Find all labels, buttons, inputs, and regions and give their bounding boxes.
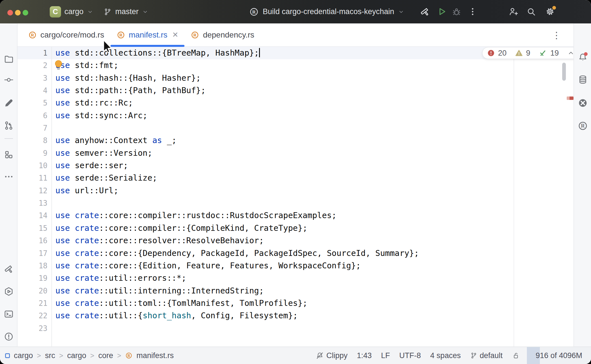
- line-number[interactable]: 14: [18, 209, 47, 222]
- code-line[interactable]: 11use serde::Serialize;: [18, 172, 573, 184]
- line-number[interactable]: 16: [18, 234, 47, 247]
- project-folder-icon[interactable]: [4, 54, 14, 64]
- git-branch-widget[interactable]: default: [470, 351, 503, 360]
- pull-requests-icon[interactable]: [4, 120, 14, 131]
- line-number[interactable]: 20: [18, 285, 47, 297]
- code-line[interactable]: 23: [18, 322, 573, 335]
- code-line[interactable]: 8use anyhow::Context as _;: [18, 134, 573, 147]
- add-user-icon[interactable]: [508, 6, 518, 17]
- error-stripe-mark[interactable]: [567, 97, 573, 100]
- breadcrumb-item[interactable]: src: [45, 351, 55, 360]
- run-play-icon[interactable]: [437, 6, 447, 17]
- line-number[interactable]: 17: [18, 247, 47, 260]
- line-number[interactable]: 19: [18, 272, 47, 284]
- build-hammer-icon[interactable]: [420, 6, 430, 17]
- line-number[interactable]: 23: [18, 322, 47, 335]
- code-line[interactable]: 9use semver::Version;: [18, 147, 573, 159]
- code-text: use std::hash::{Hash, Hasher};: [55, 72, 201, 84]
- code-line[interactable]: 7: [18, 122, 573, 134]
- code-line[interactable]: 12use url::Url;: [18, 185, 573, 197]
- code-editor[interactable]: 1use std::collections::{BTreeMap, HashMa…: [18, 47, 573, 347]
- line-number[interactable]: 5: [18, 97, 47, 109]
- breadcrumb-item[interactable]: manifest.rs: [136, 351, 174, 360]
- line-number[interactable]: 3: [18, 72, 47, 84]
- terminal-icon[interactable]: [4, 309, 14, 319]
- intention-bulb-icon[interactable]: [54, 60, 63, 72]
- search-icon[interactable]: [526, 6, 536, 17]
- line-number[interactable]: 7: [18, 122, 47, 134]
- code-text: use crate::util::interning::InternedStri…: [55, 285, 264, 297]
- line-number[interactable]: 18: [18, 260, 47, 272]
- structure-icon[interactable]: [4, 150, 14, 160]
- code-line[interactable]: 19use crate::util::errors::*;: [18, 272, 573, 284]
- code-line[interactable]: 21use crate::util::toml::{TomlManifest, …: [18, 297, 573, 310]
- code-line[interactable]: 18use crate::core::{Edition, Feature, Fe…: [18, 260, 573, 272]
- cargo-rust-icon[interactable]: [578, 121, 588, 131]
- minimize-window-button[interactable]: [15, 10, 21, 16]
- line-number[interactable]: 11: [18, 172, 47, 184]
- code-line[interactable]: 3use std::hash::{Hash, Hasher};: [18, 72, 573, 84]
- indent-style[interactable]: 4 spaces: [430, 351, 461, 360]
- commit-icon[interactable]: [4, 75, 14, 85]
- line-number[interactable]: 10: [18, 159, 47, 172]
- breadcrumb: cargo>src>cargo>core>manifest.rs: [5, 347, 174, 364]
- more-vertical-icon[interactable]: [468, 6, 478, 17]
- left-tool-stripe: [0, 23, 18, 347]
- run-configuration-widget[interactable]: Build cargo-credential-macos-keychain: [249, 0, 404, 23]
- edit-pencil-icon[interactable]: [4, 98, 14, 108]
- line-number[interactable]: 13: [18, 197, 47, 209]
- memory-indicator[interactable]: 916 of 4096M: [527, 347, 591, 364]
- problems-icon[interactable]: [4, 332, 14, 342]
- breadcrumb-item[interactable]: cargo: [14, 351, 33, 360]
- tab-options-icon[interactable]: ⋮: [552, 23, 561, 47]
- database-icon[interactable]: [578, 74, 588, 85]
- code-line[interactable]: 2use std::fmt;: [18, 59, 573, 72]
- tab-cargo/core/mod.rs[interactable]: cargo/core/mod.rs: [22, 23, 110, 46]
- code-line[interactable]: 4use std::path::{Path, PathBuf};: [18, 84, 573, 97]
- code-line[interactable]: 17use crate::core::{Dependency, PackageI…: [18, 247, 573, 260]
- line-number[interactable]: 22: [18, 310, 47, 322]
- services-icon[interactable]: [4, 286, 14, 297]
- build-hammer-icon[interactable]: [4, 264, 14, 274]
- more-ellipsis-icon[interactable]: [4, 172, 14, 182]
- line-number[interactable]: 21: [18, 297, 47, 310]
- line-number[interactable]: 2: [18, 59, 47, 72]
- file-encoding[interactable]: UTF-8: [399, 351, 421, 360]
- zoom-window-button[interactable]: [23, 10, 28, 16]
- code-line[interactable]: 15use crate::core::compiler::{CompileKin…: [18, 222, 573, 234]
- line-number[interactable]: 4: [18, 84, 47, 97]
- previous-problem-icon[interactable]: [567, 49, 573, 57]
- text-caret: [259, 48, 260, 57]
- close-window-button[interactable]: [7, 10, 13, 16]
- line-number[interactable]: 9: [18, 147, 47, 159]
- tab-dependency.rs[interactable]: dependency.rs: [184, 23, 260, 46]
- close-icon[interactable]: ✕: [172, 30, 179, 39]
- editor-scrollbar[interactable]: [562, 63, 566, 81]
- tab-manifest.rs[interactable]: manifest.rs✕: [110, 23, 185, 46]
- breadcrumb-item[interactable]: cargo: [67, 351, 86, 360]
- code-line[interactable]: 6use std::sync::Arc;: [18, 109, 573, 122]
- line-separator[interactable]: LF: [381, 351, 390, 360]
- crates-x-icon[interactable]: [578, 98, 588, 108]
- line-number[interactable]: 8: [18, 134, 47, 147]
- line-number[interactable]: 12: [18, 185, 47, 197]
- code-line[interactable]: 20use crate::util::interning::InternedSt…: [18, 285, 573, 297]
- code-line[interactable]: 13: [18, 197, 573, 209]
- line-number[interactable]: 1: [18, 47, 47, 59]
- code-line[interactable]: 22use crate::util::{short_hash, Config, …: [18, 310, 573, 322]
- breadcrumb-item[interactable]: core: [98, 351, 113, 360]
- code-line[interactable]: 16use crate::core::resolver::ResolveBeha…: [18, 234, 573, 247]
- lock-open-icon[interactable]: [512, 352, 520, 359]
- line-number[interactable]: 15: [18, 222, 47, 234]
- caret-position[interactable]: 1:43: [357, 351, 372, 360]
- inspections-widget[interactable]: 20 9 19: [482, 47, 573, 59]
- code-line[interactable]: 10use serde::ser;: [18, 159, 573, 172]
- branch-widget[interactable]: master: [103, 0, 148, 23]
- code-text: use crate::util::toml::{TomlManifest, To…: [55, 297, 307, 310]
- code-line[interactable]: 14use crate::core::compiler::rustdoc::Ru…: [18, 209, 573, 222]
- code-line[interactable]: 5use std::rc::Rc;: [18, 97, 573, 109]
- linter-widget[interactable]: Clippy: [316, 351, 347, 360]
- project-widget[interactable]: C cargo: [50, 0, 93, 23]
- line-number[interactable]: 6: [18, 109, 47, 122]
- debug-bug-icon[interactable]: [451, 6, 462, 17]
